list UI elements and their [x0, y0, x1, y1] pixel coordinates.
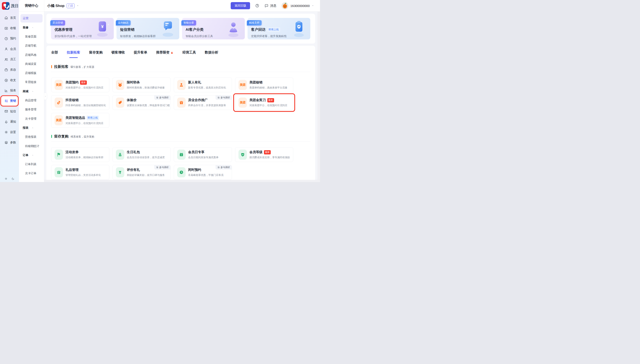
newuser-icon [177, 80, 186, 90]
sub-sidebar-item[interactable]: 常用链接 [19, 78, 44, 87]
sub-sidebar-item[interactable]: 营收报表 [19, 132, 44, 142]
promo-card[interactable]: 定向触达 短信营销 短信群发，精准触达目标客群 [116, 18, 179, 40]
sub-sidebar-item[interactable]: 店铺风格 [19, 50, 44, 60]
back-to-old-version-button[interactable]: 返回旧版 [231, 2, 250, 9]
sub-sidebar-item[interactable]: 订单 [19, 150, 44, 160]
bell-icon [4, 120, 8, 124]
tab[interactable]: 全部 [51, 50, 58, 58]
sub-sidebar-item[interactable]: 订单列表 [19, 160, 44, 169]
tulip-icon [116, 167, 124, 177]
promo-card[interactable]: 智能分群 AI客户分类 智能会员分群分析工具 [182, 18, 245, 40]
sub-sidebar-item[interactable]: 装修 [19, 23, 44, 32]
feature-desc: 活动精准发券，精准触达目标客群 [66, 156, 104, 159]
tab[interactable]: 锁客增收 [112, 50, 125, 58]
chevron-up-icon [32, 126, 34, 129]
sub-sidebar-item[interactable]: 运营 [20, 14, 42, 22]
sidebar-item[interactable]: 员工 [0, 54, 19, 65]
tab[interactable]: 留存复购 [89, 50, 102, 58]
sidebar-item[interactable]: 库存 [0, 65, 19, 75]
app-window: 茂日 首页 收银 预约 会员 员工 [0, 0, 320, 182]
feature-title: 会员等级 [250, 150, 262, 154]
sidebar-item[interactable]: 报表 [0, 86, 19, 96]
sidebar-item[interactable]: 会员 [0, 44, 19, 54]
sidebar-item[interactable]: 短信 [0, 106, 19, 116]
illus-clipboard-icon [289, 19, 308, 38]
message-bubble-icon [264, 4, 268, 8]
flag-icon [54, 150, 63, 160]
sidebar-item[interactable]: 参数 [0, 137, 19, 148]
horizontal-scrollbar[interactable] [44, 180, 320, 182]
sidebar-nav: 首页 收银 预约 会员 员工 库存 收支 [0, 13, 19, 148]
dark-mode-icon[interactable] [12, 177, 14, 180]
feature-card[interactable]: 限时秒杀 限时特惠抢购，刺激消费提升销量 [112, 78, 171, 92]
feature-card[interactable]: 体验价 设置首次体验优惠，降低新客尝试门槛 参与调研 [112, 95, 171, 110]
feature-card[interactable]: 会员等级 最新 按消费成长值定级，享专属特权激励 [235, 147, 293, 162]
vertical-scrollbar[interactable] [318, 12, 320, 182]
feature-card[interactable]: 美团 美团核销 美团券码核销，高效承接平台流量 [235, 78, 293, 92]
sub-sidebar-item[interactable]: 待核销统计 [19, 142, 44, 150]
feature-card[interactable]: 闲时预约 非高峰期享优惠，平衡门店客流 参与调研 [174, 165, 232, 180]
tab[interactable]: 数据分析 [205, 50, 218, 58]
promo-banner-panel: 灵活营销 优惠券管理 折扣/项目/代金券，一站式管理 ¥ 定向触达 短信营销 短… [46, 14, 315, 44]
feature-card[interactable]: 异业合作推广 跨界合作引流，共享资源拓展新客 参与调研 [174, 95, 232, 110]
tab[interactable]: 提升客单 [134, 50, 147, 58]
sidebar-collapse-handle[interactable] [44, 93, 47, 100]
sidebar-item[interactable]: 设置 [0, 127, 19, 137]
sidebar-footer [0, 177, 19, 180]
tab[interactable]: 拉新拓客 [67, 50, 80, 58]
sub-sidebar-item[interactable]: 店铺导航 [19, 41, 44, 50]
feature-card[interactable]: 抖音核销 抖音券码核销，激活短视频营销转化 [51, 95, 109, 110]
section-header: 留存复购 维系老客，提升复购 [51, 134, 310, 139]
account-menu[interactable]: 16300000000 [282, 2, 314, 9]
survey-corner-badge[interactable]: 参与调研 [216, 96, 232, 100]
feature-card[interactable]: 美团 美团智能选品 即将上线 对接美团平台，在线预约引流到店 [51, 113, 109, 128]
sub-sidebar-item[interactable]: 次卡订单 [19, 169, 44, 178]
sub-sidebar-item[interactable]: 商品管理 [19, 96, 44, 105]
survey-corner-badge[interactable]: 参与调研 [216, 165, 232, 170]
feature-desc: 非高峰期享优惠，平衡门店客流 [188, 173, 224, 177]
feature-card[interactable]: 评价有礼 鼓励好评赢奖励，提升口碑与服务 参与调研 [112, 165, 171, 180]
sub-sidebar-item[interactable]: 商城 [19, 87, 44, 96]
staff-icon [4, 58, 8, 62]
sidebar-item[interactable]: 收支 [0, 75, 19, 85]
sub-sidebar-item[interactable]: 服务管理 [19, 105, 44, 114]
feature-grid-retention: 活动发券 活动精准发券，精准触达目标客群 生日礼包 会员生日自动送惊喜，提升忠诚 [51, 147, 310, 180]
survey-corner-badge[interactable]: 参与调研 [154, 165, 170, 170]
sidebar-item[interactable]: 首页 [0, 13, 19, 23]
marketing-main-panel: 全部 拉新拓客 留存复购 锁客增收 提升客单 [46, 46, 315, 182]
feature-title: 礼品管理 [66, 168, 78, 172]
tab[interactable]: 经营工具 [182, 50, 196, 58]
sub-sidebar-item[interactable]: 次卡管理 [19, 114, 44, 123]
sub-sidebar-item[interactable]: 报表 [19, 123, 44, 132]
feature-card[interactable]: 会员日专享 会员日期间发放专属优惠券 [174, 147, 232, 162]
sub-sidebar-item[interactable]: 商城设置 [19, 60, 44, 68]
feature-desc: 对接美团平台，在线预约引流到店 [66, 122, 104, 125]
feature-card[interactable]: 生日礼包 会员生日自动送惊喜，提升忠诚度 [112, 147, 171, 162]
sidebar-item[interactable]: 收银 [0, 23, 19, 33]
feature-card[interactable]: 美团 美团金剪刀 最新 对接美团平台，在线预约引流到店 [235, 95, 293, 110]
feature-card[interactable]: 活动发券 活动精准发券，精准触达目标客群 [51, 147, 109, 162]
settings-icon[interactable] [4, 177, 8, 180]
store-dropdown-caret-icon[interactable] [76, 4, 79, 7]
feature-card[interactable]: 美团 美团预约 最新 对接美团平台，在线预约引流到店 [51, 78, 109, 92]
sub-sidebar-item[interactable]: 装修页面 [19, 32, 44, 41]
promo-card[interactable]: 灵活营销 优惠券管理 折扣/项目/代金券，一站式管理 ¥ [51, 18, 114, 40]
tab[interactable]: 推荐裂变 [156, 50, 174, 58]
tag-icon [116, 98, 124, 108]
survey-icon [156, 166, 158, 168]
sidebar-item[interactable]: 预约 [0, 34, 19, 44]
help-icon[interactable] [255, 4, 259, 8]
promo-card[interactable]: 精准关怀 客户回访 即将上线 定期关怀老客，提升复购粘性 [248, 18, 310, 40]
feature-desc: 美团券码核销，高效承接平台流量 [250, 86, 287, 90]
feature-card[interactable]: 新人有礼 新客专享优惠，提高首次到店转化 [174, 78, 232, 92]
survey-corner-badge[interactable]: 参与调研 [154, 96, 170, 100]
sidebar-item[interactable]: 通知 [0, 117, 19, 127]
sub-sidebar-item[interactable]: 店铺模版 [19, 68, 44, 78]
feature-card[interactable]: 礼品管理 管理营销礼品，支持活动多样化 [51, 165, 109, 180]
store-name: 小橘·Shop [47, 3, 64, 8]
clock-icon [4, 37, 8, 41]
account-dropdown-caret-icon [312, 4, 314, 7]
illus-coupon-icon: ¥ [93, 19, 112, 38]
sidebar-item[interactable]: 营销 [1, 96, 18, 106]
messages-button[interactable]: 消息 [264, 4, 276, 8]
